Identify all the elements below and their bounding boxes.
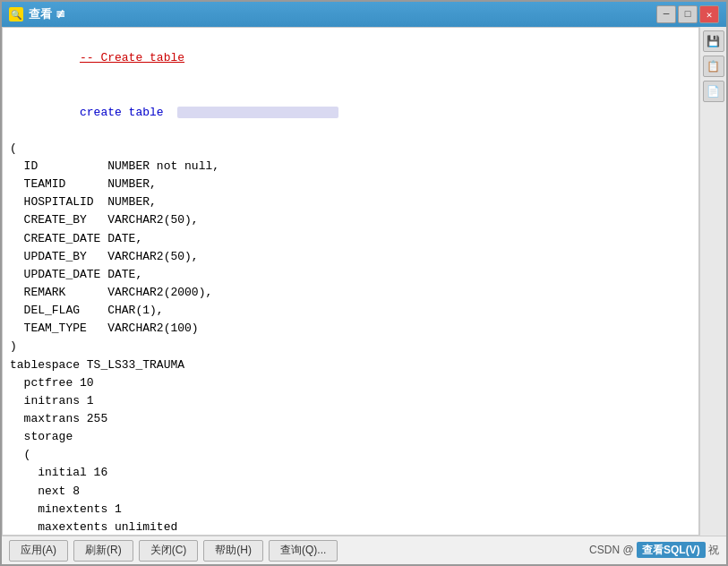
sql-view-highlight[interactable]: 查看SQL(V) [637, 542, 706, 558]
code-line-1: -- Create table [10, 31, 691, 85]
code-line-20: ( [10, 446, 691, 464]
code-line-9: UPDATE_BY VARCHAR2(50), [10, 248, 691, 266]
code-line-19: storage [10, 428, 691, 446]
code-line-7: CREATE_BY VARCHAR2(50), [10, 211, 691, 229]
bottom-right-info: CSDN @ 查看SQL(V) 祝 [589, 543, 719, 558]
code-line-17: initrans 1 [10, 392, 691, 410]
code-line-11: REMARK VARCHAR2(2000), [10, 284, 691, 302]
title-bar: 🔍 查看 ≢ ─ □ ✕ [2, 2, 726, 27]
code-line-2: create table [10, 85, 691, 139]
window-body: -- Create table create table ( ID NUMBER… [2, 27, 726, 536]
bottom-bar: 应用(A) 刷新(R) 关闭(C) 帮助(H) 查询(Q)... CSDN @ … [2, 536, 726, 564]
main-window: 🔍 查看 ≢ ─ □ ✕ -- Create table create tabl… [0, 0, 728, 566]
code-line-14: ) [10, 338, 691, 356]
app-icon: 🔍 [9, 7, 23, 21]
code-line-13: TEAM_TYPE VARCHAR2(100) [10, 320, 691, 338]
code-line-3: ( [10, 140, 691, 158]
query-button[interactable]: 查询(Q)... [269, 540, 338, 562]
code-line-15: tablespace TS_LS33_TRAUMA [10, 356, 691, 374]
code-display-area[interactable]: -- Create table create table ( ID NUMBER… [2, 27, 699, 536]
help-button[interactable]: 帮助(H) [203, 540, 263, 562]
main-content: -- Create table create table ( ID NUMBER… [2, 27, 699, 536]
code-line-18: maxtrans 255 [10, 410, 691, 428]
maximize-button[interactable]: □ [678, 5, 698, 23]
window-close-button[interactable]: ✕ [699, 5, 719, 23]
apply-button[interactable]: 应用(A) [9, 540, 68, 562]
code-line-23: minextents 1 [10, 501, 691, 519]
view-tool-button[interactable]: 📄 [703, 81, 724, 102]
code-line-6: HOSPITALID NUMBER, [10, 193, 691, 211]
csdn-label: CSDN @ [589, 544, 634, 556]
code-line-4: ID NUMBER not null, [10, 158, 691, 176]
code-line-12: DEL_FLAG CHAR(1), [10, 302, 691, 320]
minimize-button[interactable]: ─ [656, 5, 676, 23]
save-tool-button[interactable]: 💾 [703, 30, 724, 52]
title-bar-left: 🔍 查看 ≢ [9, 6, 65, 22]
code-line-10: UPDATE_DATE DATE, [10, 266, 691, 284]
code-line-5: TEAMID NUMBER, [10, 176, 691, 193]
window-title: 查看 ≢ [29, 6, 65, 22]
code-line-8: CREATE_DATE DATE, [10, 230, 691, 248]
code-line-22: next 8 [10, 483, 691, 501]
title-controls: ─ □ ✕ [656, 5, 719, 23]
sidebar-tools: 💾 📋 📄 [699, 27, 726, 536]
suffix-text: 祝 [708, 544, 719, 556]
copy-tool-button[interactable]: 📋 [703, 56, 724, 77]
redacted-table-name [177, 107, 338, 118]
refresh-button[interactable]: 刷新(R) [73, 540, 133, 562]
code-line-16: pctfree 10 [10, 374, 691, 392]
close-button[interactable]: 关闭(C) [139, 540, 199, 562]
code-line-24: maxextents unlimited [10, 519, 691, 536]
code-line-21: initial 16 [10, 464, 691, 482]
